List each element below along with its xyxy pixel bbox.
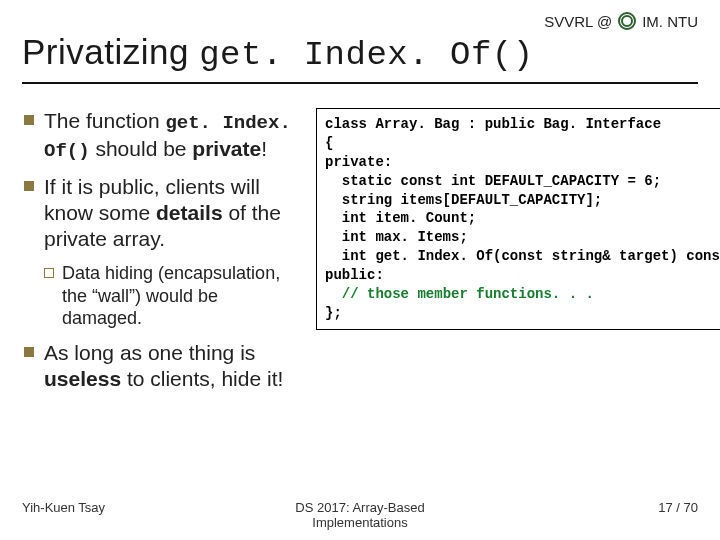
bullet-list: The function get. Index. Of() should be …: [22, 108, 302, 402]
bullet-item: The function get. Index. Of() should be …: [22, 108, 302, 164]
code-box: class Array. Bag : public Bag. Interface…: [316, 108, 720, 330]
title-container: Privatizing get. Index. Of(): [22, 32, 698, 84]
header-label-right: IM. NTU: [642, 13, 698, 30]
footer-course: DS 2017: Array-Based Implementations: [247, 500, 472, 530]
title-code: get. Index. Of(): [199, 36, 533, 74]
slide-title: Privatizing get. Index. Of(): [22, 32, 698, 74]
header-affiliation: SVVRL @ IM. NTU: [22, 12, 698, 30]
bullet-item: If it is public, clients will know some …: [22, 174, 302, 253]
bullet-subitem: Data hiding (encapsulation, the “wall”) …: [22, 262, 302, 330]
slide: SVVRL @ IM. NTU Privatizing get. Index. …: [0, 0, 720, 540]
ntu-logo-icon: [618, 12, 636, 30]
bullet-item: As long as one thing is useless to clien…: [22, 340, 302, 393]
content-row: The function get. Index. Of() should be …: [22, 108, 698, 402]
header-label-left: SVVRL @: [544, 13, 612, 30]
footer-author: Yih-Kuen Tsay: [22, 500, 247, 530]
footer-page-number: 17 / 70: [473, 500, 698, 530]
title-prefix: Privatizing: [22, 32, 199, 71]
footer: Yih-Kuen Tsay DS 2017: Array-Based Imple…: [22, 500, 698, 530]
